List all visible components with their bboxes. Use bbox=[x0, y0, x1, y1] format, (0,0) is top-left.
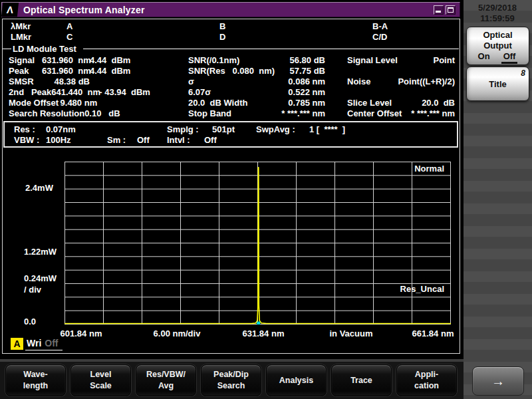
time-text: 11:59:59 bbox=[466, 13, 529, 24]
meas-search-resolution: Search Resolution0.10 dB bbox=[9, 108, 128, 119]
meas-signal: Signal631.960 nm4.44 dBm bbox=[9, 55, 128, 66]
lambda-marker-label: λMkr bbox=[11, 21, 31, 31]
title-bar: Λ Optical Spectrum Analyzer bbox=[1, 2, 460, 17]
sm-value: Off bbox=[137, 135, 150, 145]
meas-peak: Peak631.960 nm4.44 dBm bbox=[9, 66, 128, 76]
title-key[interactable]: Title 8 bbox=[466, 66, 529, 101]
optical-output-off-label: Off bbox=[501, 51, 518, 64]
meas-signal-level: Signal LevelPoint bbox=[347, 55, 455, 66]
analysis-button[interactable]: Analysis bbox=[266, 364, 327, 396]
header-rule-left bbox=[3, 49, 11, 49]
smplg-value: 501pt bbox=[212, 124, 235, 134]
marker-row-level: LMkr C D C/D bbox=[3, 32, 460, 43]
trace-write-status: WriOff bbox=[25, 338, 63, 350]
next-menu-button[interactable]: → bbox=[472, 366, 524, 396]
x-label-medium: in Vacuum bbox=[329, 329, 372, 338]
wavelength-button[interactable]: Wave-length bbox=[5, 364, 66, 396]
res-value: 0.07nm bbox=[46, 124, 76, 134]
anritsu-logo-icon: Λ bbox=[1, 3, 19, 17]
smplg-label: Smplg : bbox=[167, 124, 199, 134]
trace-button[interactable]: Trace bbox=[331, 364, 392, 396]
level-marker-label: LMkr bbox=[11, 32, 31, 42]
meas-snr-01nm: SNR(/0.1nm)56.80 dB bbox=[188, 55, 325, 66]
peak-dip-search-button[interactable]: Peak/DipSearch bbox=[201, 364, 261, 396]
marker-d: D bbox=[219, 32, 225, 42]
marker-c-over-d: C/D bbox=[372, 32, 387, 42]
marker-b: B bbox=[219, 21, 225, 31]
meas-snr-res: SNR(Res 0.080 nm)57.75 dB bbox=[188, 66, 325, 76]
marker-c: C bbox=[66, 32, 72, 42]
x-label-start: 601.84 nm bbox=[61, 329, 102, 338]
datetime-display: 5/29/2018 11:59:59 bbox=[466, 3, 529, 24]
swpavg-value: 1 [ **** ] bbox=[309, 124, 345, 134]
optical-output-key[interactable]: Optical Output On Off bbox=[466, 27, 529, 65]
x-label-center: 631.84 nm bbox=[243, 329, 285, 338]
date-text: 5/29/2018 bbox=[466, 3, 529, 13]
y-per-div-label: 0.24mW bbox=[24, 273, 57, 283]
marker-b-minus-a: B-A bbox=[372, 21, 388, 31]
maximize-icon bbox=[448, 7, 454, 13]
res-vbw-avg-button[interactable]: Res/VBW/Avg bbox=[136, 364, 196, 396]
spectrum-plot bbox=[65, 162, 451, 325]
meas-noise: NoisePoint((L+R)/2) bbox=[347, 76, 455, 87]
analysis-title: LD Module Test bbox=[13, 44, 76, 54]
meas-mode-offset: Mode Offset9.480 nm bbox=[9, 98, 128, 108]
window-title: Optical Spectrum Analyzer bbox=[23, 5, 145, 15]
vbw-label: VBW : bbox=[14, 135, 39, 145]
y-zero-label: 0.0 bbox=[24, 317, 36, 327]
intvl-label: Intvl : bbox=[167, 135, 190, 145]
marker-row-wavelength: λMkr A B B-A bbox=[3, 21, 460, 32]
sm-label: Sm : bbox=[107, 135, 126, 145]
x-label-per-div: 6.00 nm/div bbox=[154, 329, 201, 338]
res-label: Res : bbox=[14, 124, 35, 134]
meas-20db-width: 20.0 dB Width0.785 nm bbox=[188, 98, 325, 108]
settings-row-1: Res : 0.07nm Smplg : 501pt SwpAvg : 1 [ … bbox=[5, 124, 457, 136]
minimize-button[interactable] bbox=[434, 5, 444, 15]
osa-screen: Λ Optical Spectrum Analyzer λMkr A B B-A… bbox=[0, 0, 532, 399]
application-button[interactable]: Appli-cation bbox=[396, 364, 457, 396]
level-scale-button[interactable]: LevelScale bbox=[70, 364, 131, 396]
meas-center-offset: Center Offset* ***.*** nm bbox=[347, 108, 455, 119]
intvl-value: Off bbox=[204, 135, 217, 145]
y-ref-label-top: 2.4mW bbox=[25, 183, 53, 193]
swpavg-label: SwpAvg : bbox=[256, 124, 295, 134]
meas-2nd-peak: 2nd Peak641.440 nm- 43.94 dBm bbox=[9, 87, 128, 98]
key-badge-8: 8 bbox=[521, 68, 525, 78]
trace-status[interactable]: A WriOff bbox=[11, 338, 63, 350]
softkey-toolbar: Wave-length LevelScale Res/VBW/Avg Peak/… bbox=[5, 364, 462, 396]
maximize-button[interactable] bbox=[446, 5, 456, 15]
meas-smsr: SMSR48.38 dB bbox=[9, 76, 128, 87]
settings-row-2: VBW : 100Hz Sm : Off Intvl : Off bbox=[5, 135, 457, 146]
y-per-div-unit: / div bbox=[24, 285, 41, 295]
y-ref-label-mid: 1.22mW bbox=[24, 247, 57, 257]
marker-a: A bbox=[66, 21, 72, 31]
sweep-settings-box: Res : 0.07nm Smplg : 501pt SwpAvg : 1 [ … bbox=[3, 121, 458, 148]
vbw-value: 100Hz bbox=[46, 135, 71, 145]
trace-a-badge: A bbox=[11, 338, 23, 350]
meas-sigma: σ0.086 nm bbox=[188, 76, 325, 87]
res-uncal-annotation: Res_Uncal bbox=[364, 284, 444, 294]
meas-stop-band: Stop Band* ***.*** nm bbox=[188, 108, 325, 119]
optical-output-on-label: On bbox=[478, 51, 490, 64]
meas-slice-level: Slice Level20.0 dB bbox=[347, 98, 455, 108]
x-label-stop: 661.84 nm bbox=[412, 329, 454, 338]
right-arrow-icon: → bbox=[491, 374, 505, 389]
header-rule-right bbox=[83, 49, 459, 49]
analysis-section-header: LD Module Test bbox=[3, 44, 459, 54]
minimize-icon bbox=[436, 11, 441, 13]
trace-mode-annotation: Normal bbox=[364, 164, 444, 174]
meas-6-07-sigma: 6.07σ0.522 nm bbox=[188, 87, 325, 98]
